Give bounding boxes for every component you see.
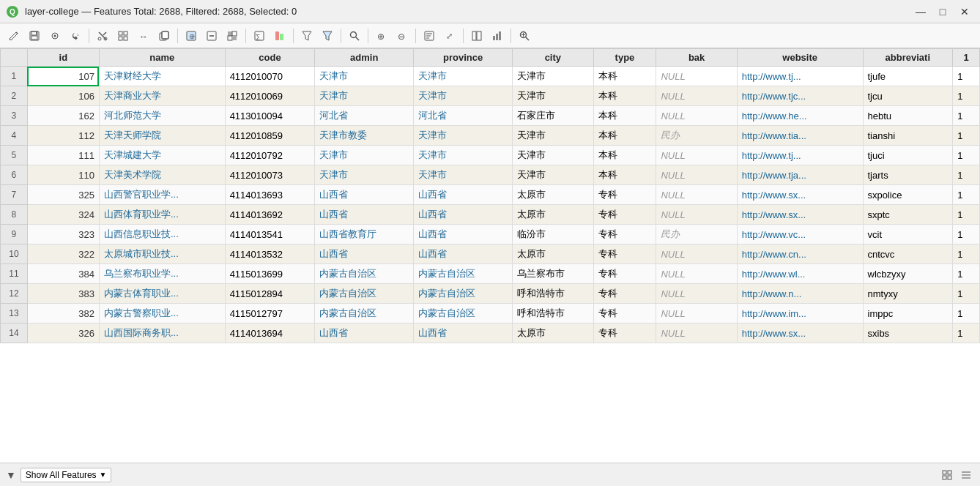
- cell-extra[interactable]: 1: [953, 126, 980, 146]
- cell-province[interactable]: 天津市: [414, 165, 513, 185]
- cell-abbreviati[interactable]: tjcu: [863, 86, 953, 106]
- cell-id[interactable]: 326: [27, 324, 99, 343]
- cell-province[interactable]: 山西省: [414, 205, 513, 225]
- cell-bak[interactable]: NULL: [656, 205, 737, 225]
- zoom-map-button[interactable]: [515, 26, 534, 45]
- cell-name[interactable]: 天津商业大学: [99, 86, 225, 106]
- cell-type[interactable]: 专科: [593, 264, 656, 284]
- cell-code[interactable]: 4114013693: [225, 185, 315, 205]
- cell-website[interactable]: http://www.tjc...: [737, 86, 863, 106]
- expand-button[interactable]: ⤢: [440, 26, 459, 45]
- cell-admin[interactable]: 内蒙古自治区: [315, 304, 414, 324]
- cell-province[interactable]: 内蒙古自治区: [414, 284, 513, 304]
- cell-bak[interactable]: NULL: [656, 106, 737, 126]
- cell-bak[interactable]: NULL: [656, 324, 737, 343]
- cell-extra[interactable]: 1: [953, 165, 980, 185]
- cell-admin[interactable]: 天津市: [315, 67, 414, 86]
- cell-website[interactable]: http://www.im...: [737, 304, 863, 324]
- table-row[interactable]: 3162河北师范大学4113010094河北省河北省石家庄市本科NULLhttp…: [1, 106, 980, 126]
- cell-province[interactable]: 山西省: [414, 324, 513, 343]
- col-header-rownum[interactable]: [1, 49, 28, 67]
- table-row[interactable]: 9323山西信息职业技...4114013541山西省教育厅山西省临汾市专科民办…: [1, 225, 980, 244]
- cell-abbreviati[interactable]: imppc: [863, 304, 953, 324]
- cell-name[interactable]: 山西国际商务职...: [99, 324, 225, 343]
- cell-extra[interactable]: 1: [953, 185, 980, 205]
- cell-bak[interactable]: NULL: [656, 304, 737, 324]
- search-button[interactable]: [345, 26, 364, 45]
- cell-type[interactable]: 专科: [593, 304, 656, 324]
- cell-id[interactable]: 384: [27, 264, 99, 284]
- cell-province[interactable]: 山西省: [414, 185, 513, 205]
- table-row[interactable]: 11384乌兰察布职业学...4115013699内蒙古自治区内蒙古自治区乌兰察…: [1, 264, 980, 284]
- cell-website[interactable]: http://www.tj...: [737, 67, 863, 86]
- cell-province[interactable]: 内蒙古自治区: [414, 264, 513, 284]
- cell-type[interactable]: 本科: [593, 106, 656, 126]
- cell-bak[interactable]: NULL: [656, 244, 737, 264]
- cell-abbreviati[interactable]: sxptc: [863, 205, 953, 225]
- cell-admin[interactable]: 天津市: [315, 165, 414, 185]
- cell-website[interactable]: http://www.n...: [737, 284, 863, 304]
- cell-admin[interactable]: 天津市: [315, 146, 414, 165]
- cell-name[interactable]: 内蒙古体育职业...: [99, 284, 225, 304]
- cell-extra[interactable]: 1: [953, 86, 980, 106]
- cell-admin[interactable]: 内蒙古自治区: [315, 264, 414, 284]
- col-header-name[interactable]: name: [99, 49, 225, 67]
- cell-city[interactable]: 太原市: [513, 244, 593, 264]
- cell-name[interactable]: 天津美术学院: [99, 165, 225, 185]
- cell-abbreviati[interactable]: tjuci: [863, 146, 953, 165]
- cell-type[interactable]: 专科: [593, 284, 656, 304]
- cell-code[interactable]: 4112010859: [225, 126, 315, 146]
- cell-extra[interactable]: 1: [953, 67, 980, 86]
- filter-button[interactable]: [297, 26, 316, 45]
- cell-id[interactable]: 110: [27, 165, 99, 185]
- cell-city[interactable]: 天津市: [513, 67, 593, 86]
- zoom-in-button[interactable]: ⊕: [372, 26, 391, 45]
- cell-code[interactable]: 4112010792: [225, 146, 315, 165]
- cell-id[interactable]: 107: [27, 67, 99, 86]
- cell-type[interactable]: 本科: [593, 86, 656, 106]
- cell-id[interactable]: 322: [27, 244, 99, 264]
- cell-bak[interactable]: NULL: [656, 146, 737, 165]
- cell-abbreviati[interactable]: vcit: [863, 225, 953, 244]
- table-row[interactable]: 12383内蒙古体育职业...4115012894内蒙古自治区内蒙古自治区呼和浩…: [1, 284, 980, 304]
- cell-province[interactable]: 天津市: [414, 146, 513, 165]
- cell-bak[interactable]: NULL: [656, 284, 737, 304]
- cell-code[interactable]: 4115013699: [225, 264, 315, 284]
- move-button[interactable]: ↔: [134, 26, 153, 45]
- cell-website[interactable]: http://www.sx...: [737, 205, 863, 225]
- cell-bak[interactable]: 民办: [656, 126, 737, 146]
- cell-abbreviati[interactable]: cntcvc: [863, 244, 953, 264]
- col-header-province[interactable]: province: [414, 49, 513, 67]
- cell-code[interactable]: 4115012797: [225, 304, 315, 324]
- field-calculator-button[interactable]: ∑: [250, 26, 269, 45]
- col-header-type[interactable]: type: [593, 49, 656, 67]
- cell-id[interactable]: 323: [27, 225, 99, 244]
- attribute-table[interactable]: id name code admin province city type ba…: [0, 48, 980, 463]
- cell-admin[interactable]: 内蒙古自治区: [315, 284, 414, 304]
- col-header-city[interactable]: city: [513, 49, 593, 67]
- cell-abbreviati[interactable]: hebtu: [863, 106, 953, 126]
- cell-admin[interactable]: 山西省: [315, 244, 414, 264]
- delete-button[interactable]: [114, 26, 133, 45]
- cell-website[interactable]: http://www.he...: [737, 106, 863, 126]
- cell-city[interactable]: 临汾市: [513, 225, 593, 244]
- cell-extra[interactable]: 1: [953, 146, 980, 165]
- cell-name[interactable]: 内蒙古警察职业...: [99, 304, 225, 324]
- show-all-features-button[interactable]: Show All Features ▼: [21, 468, 112, 482]
- table-row[interactable]: 5111天津城建大学4112010792天津市天津市天津市本科NULLhttp:…: [1, 146, 980, 165]
- cell-type[interactable]: 专科: [593, 185, 656, 205]
- cell-id[interactable]: 111: [27, 146, 99, 165]
- cell-bak[interactable]: 民办: [656, 225, 737, 244]
- stats-button[interactable]: [488, 26, 507, 45]
- cell-id[interactable]: 162: [27, 106, 99, 126]
- cell-extra[interactable]: 1: [953, 106, 980, 126]
- cell-admin[interactable]: 天津市: [315, 86, 414, 106]
- invert-selection-button[interactable]: [223, 26, 242, 45]
- table-row[interactable]: 1107天津财经大学4112010070天津市天津市天津市本科NULLhttp:…: [1, 67, 980, 86]
- cell-code[interactable]: 4112010073: [225, 165, 315, 185]
- table-row[interactable]: 14326山西国际商务职...4114013694山西省山西省太原市专科NULL…: [1, 324, 980, 343]
- cell-code[interactable]: 4114013692: [225, 205, 315, 225]
- maximize-button[interactable]: □: [933, 4, 952, 20]
- edit-pencil-button[interactable]: [4, 26, 23, 45]
- cell-code[interactable]: 4112010069: [225, 86, 315, 106]
